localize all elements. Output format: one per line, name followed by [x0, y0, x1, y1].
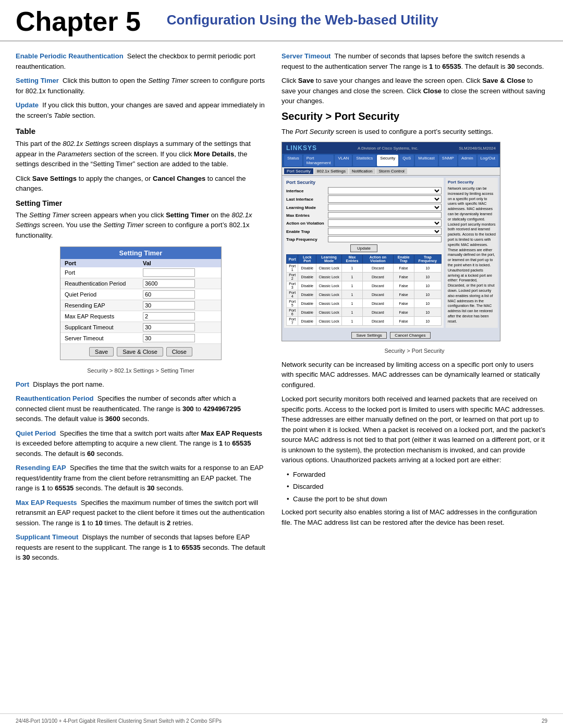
st-input-quiet[interactable]	[143, 290, 195, 299]
port-label: Port	[16, 380, 29, 388]
nav-qos[interactable]: QoS	[399, 155, 414, 166]
reauthentication-para: Reauthentication Period Specifies the nu…	[16, 393, 266, 424]
setting-timer-table: Setting Timer Port Val Port Reauthentica…	[60, 246, 222, 360]
st-input-resending[interactable]	[143, 301, 195, 310]
subnav-notification[interactable]: Notification	[349, 168, 375, 174]
linksys-subnav: Port Security 802.1x Settings Notificati…	[282, 167, 500, 176]
nav-vlan[interactable]: VLAN	[335, 155, 352, 166]
linksys-nav: Status Port Management VLAN Statistics S…	[282, 154, 500, 167]
linksys-field-max: Max Entries	[286, 212, 442, 218]
table-row: Port 4DisableClassic Lock1DiscardFalse10	[287, 290, 442, 299]
setting-timer-col-headers: Port Val	[60, 259, 221, 267]
linksys-field-interface: Interface	[286, 187, 442, 194]
setting-timer-heading: Setting Timer	[16, 199, 266, 207]
th-max: Max Entries	[342, 255, 363, 264]
th-freq: Trap Frequency	[414, 255, 441, 264]
linksys-learning-select[interactable]	[328, 204, 442, 211]
st-close-button[interactable]: Close	[166, 347, 192, 356]
st-input-maxeap[interactable]	[143, 312, 195, 320]
update-label: Update	[16, 101, 39, 109]
subnav-802[interactable]: 802.1x Settings	[314, 168, 348, 174]
port-security-caption: Security > Port Security	[282, 347, 547, 355]
table-row: Port 6DisableClassic Lock1DiscardFalse10	[287, 308, 442, 317]
nav-admin[interactable]: Admin	[458, 155, 476, 166]
max-eap-label: Max EAP Requests	[16, 499, 77, 507]
page-header: Chapter 5 Configuration Using the Web-ba…	[0, 0, 563, 41]
linksys-interface-select[interactable]	[328, 187, 442, 194]
enable-reauthentication-para: Enable Periodic Reauthentication Select …	[16, 51, 266, 71]
linksys-trap-select[interactable]	[328, 228, 442, 235]
linksys-field-last: Last Interface	[286, 195, 442, 203]
max-eap-para: Max EAP Requests Specifies the maximum n…	[16, 498, 266, 528]
st-row-quiet: Quiet Period	[60, 289, 221, 300]
linksys-sidebar-title: Port Security	[448, 180, 496, 184]
quiet-para: Quiet Period Specifies the time that a s…	[16, 428, 266, 459]
linksys-last-interface-select[interactable]	[328, 195, 442, 203]
st-save-close-button[interactable]: Save & Close	[117, 347, 163, 356]
subnav-port-security[interactable]: Port Security	[284, 168, 313, 174]
subnav-storm[interactable]: Storm Control	[376, 168, 407, 174]
table-row: Port 2DisableClassic Lock1DiscardFalse10	[287, 273, 442, 281]
table-para2: Click Save Settings to apply the changes…	[16, 174, 266, 194]
linksys-section-title: Port Security	[286, 180, 442, 185]
st-save-button[interactable]: Save	[89, 347, 114, 356]
th-lock: Lock Port	[298, 255, 316, 264]
st-input-reauth[interactable]	[143, 279, 195, 288]
nav-multicast[interactable]: Multicast	[415, 155, 438, 166]
supplicant-para: Supplicant Timeout Displays the number o…	[16, 532, 266, 563]
update-para: Update If you click this button, your ch…	[16, 100, 266, 120]
st-input-supplicant[interactable]	[143, 323, 195, 331]
setting-timer-desc: The Setting Timer screen appears when yo…	[16, 210, 266, 241]
table-para1: This part of the 802.1x Settings screen …	[16, 139, 266, 169]
bullet-discarded: Discarded	[287, 482, 547, 492]
nav-logout[interactable]: Log/Out	[478, 155, 498, 166]
linksys-field-action: Action on Violation	[286, 219, 442, 227]
nav-security[interactable]: Security	[377, 155, 398, 166]
st-input-server[interactable]	[143, 334, 195, 342]
chapter-title: Configuration Using the Web-based Utilit…	[156, 5, 438, 35]
linksys-model: A Division of Cisco Systems, Inc.	[358, 146, 418, 151]
th-learning: Learning Mode	[316, 255, 342, 264]
linksys-bottom-buttons: Save Settings Cancel Changes	[282, 330, 500, 341]
linksys-field-learning: Learning Mode	[286, 204, 442, 211]
st-row-server: Server Timeout	[60, 333, 221, 344]
linksys-sidebar-text: Network security can be increased by lim…	[448, 186, 496, 324]
linksys-body: Port Security Interface Last Interface L…	[282, 176, 500, 330]
footer-left: 24/48-Port 10/100 + 4-Port Gigabit Resil…	[16, 718, 222, 724]
table-heading: Table	[16, 127, 266, 135]
resending-para: Resending EAP Specifies the time that th…	[16, 463, 266, 493]
linksys-field-freq: Trap Frequency	[286, 236, 442, 242]
enable-reauthentication-label: Enable Periodic Reauthentication	[16, 52, 124, 60]
server-timeout-para: Server Timeout The number of seconds tha…	[282, 51, 547, 71]
nav-port[interactable]: Port Management	[303, 155, 334, 166]
reauthentication-label: Reauthentication Period	[16, 394, 94, 402]
st-input-port[interactable]	[143, 268, 195, 277]
linksys-header: LINKSYS A Division of Cisco Systems, Inc…	[282, 142, 500, 154]
server-timeout-label: Server Timeout	[282, 52, 331, 60]
nav-snmp[interactable]: SNMP	[439, 155, 457, 166]
supplicant-label: Supplicant Timeout	[16, 533, 78, 541]
table-row: Port 1DisableClassic Lock1DiscardFalse10	[287, 264, 442, 273]
quiet-label: Quiet Period	[16, 429, 56, 437]
setting-timer-label: Setting Timer	[16, 77, 59, 84]
setting-timer-title: Setting Timer	[60, 247, 221, 259]
th-port: Port	[287, 255, 298, 264]
bullet-forwarded: Forwarded	[287, 470, 547, 480]
st-row-maxeap: Max EAP Requests	[60, 311, 221, 322]
setting-timer-para: Setting Timer Click this button to open …	[16, 76, 266, 96]
locked-port-para2: Locked port security also enables storin…	[282, 507, 547, 527]
port-security-intro: The Port Security screen is used to conf…	[282, 127, 547, 137]
chapter-number: Chapter 5	[16, 5, 141, 35]
linksys-trap-freq-input[interactable]	[328, 236, 442, 242]
locked-port-para1: Locked port security monitors both recei…	[282, 394, 547, 465]
linksys-action-select[interactable]	[328, 219, 442, 227]
save-para: Click Save to save your changes and leav…	[282, 76, 547, 106]
linksys-update-button[interactable]: Update	[350, 244, 377, 252]
table-row: Port 5DisableClassic Lock1DiscardFalse10	[287, 299, 442, 308]
linksys-max-entries-input[interactable]	[328, 212, 442, 218]
nav-stats[interactable]: Statistics	[353, 155, 376, 166]
nav-status[interactable]: Status	[284, 155, 302, 166]
linksys-cancel-changes-button[interactable]: Cancel Changes	[390, 332, 430, 339]
footer-right: 29	[542, 718, 547, 724]
linksys-save-settings-button[interactable]: Save Settings	[351, 332, 386, 339]
